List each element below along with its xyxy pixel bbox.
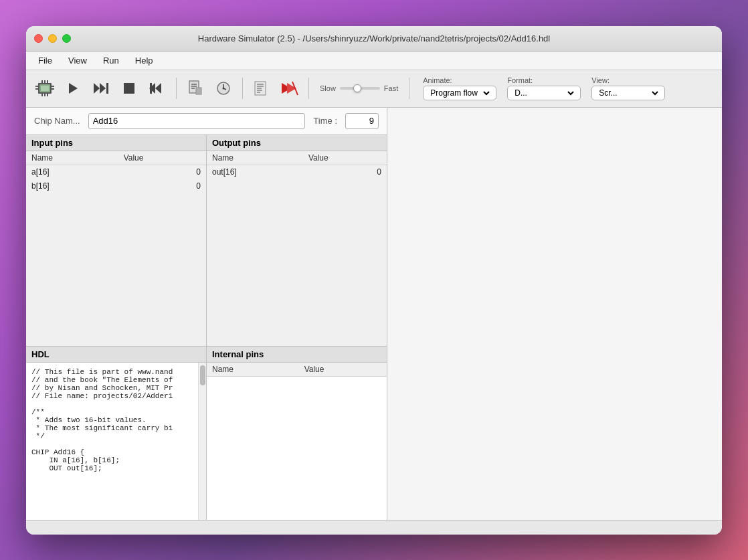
menu-help[interactable]: Help [128,54,160,67]
hdl-panel: HDL // This file is part of www.nand // … [26,347,207,520]
input-pin-value-b: 0 [118,179,206,193]
speed-slider-thumb [353,84,361,92]
slow-label: Slow [320,84,336,92]
table-row: a[16] 0 [26,165,206,179]
fast-label: Fast [384,84,398,92]
chip-name-input[interactable] [88,113,306,129]
animate-label: Animate: [423,76,452,84]
internal-value-col: Value [299,363,387,377]
menu-file[interactable]: File [31,54,59,67]
step-forward-button[interactable] [61,76,85,100]
internal-pins-header: Internal pins [207,347,387,363]
svg-marker-15 [100,83,106,94]
svg-rect-3 [35,86,38,87]
separator-3 [308,78,309,99]
output-pins-header: Output pins [207,135,387,151]
status-bar [26,520,722,535]
input-pins-table: Name Value a[16] 0 b[16] [26,151,206,346]
input-pin-value-a: 0 [118,165,206,179]
input-pin-name-a: a[16] [26,165,118,179]
separator-2 [242,78,243,99]
hdl-content: // This file is part of www.nand // and … [26,363,206,520]
separator-1 [176,78,177,99]
table-row: out[16] 0 [207,165,387,179]
separator-4 [409,78,409,99]
view-label: View: [591,76,610,84]
output-pins-table: Name Value out[16] 0 [207,151,387,346]
svg-rect-7 [41,80,43,83]
input-value-col: Value [118,151,206,165]
view-section: View: Scr... No screen [591,76,665,100]
output-pins-panel: Output pins Name Value out [207,135,387,346]
chip-name-label: Chip Nam... [34,116,80,126]
svg-marker-13 [69,83,78,94]
internal-pins-panel: Internal pins Name Value [207,347,387,520]
window-title: Hardware Simulator (2.5) - /Users/shinry… [198,33,550,43]
format-select[interactable]: D... Hexadecimal Binary [512,88,576,98]
time-input[interactable] [345,113,379,129]
left-panel: Chip Nam... Time : Input pins Name [26,108,387,520]
hdl-scroll-thumb [200,365,205,385]
toolbar: Slow Fast Animate: Program flow Animatio… [26,70,722,108]
speed-slider[interactable] [340,87,380,90]
svg-point-37 [223,88,225,90]
format-section: Format: D... Hexadecimal Binary [507,76,581,100]
menu-bar: File View Run Help [26,52,722,70]
svg-rect-10 [41,94,43,96]
minimize-button[interactable] [48,34,57,43]
pins-row: Input pins Name Value a[16 [26,135,387,346]
fast-forward-button[interactable] [89,76,113,100]
main-window: Hardware Simulator (2.5) - /Users/shinry… [26,26,722,535]
rewind-button[interactable] [145,76,169,100]
script-button[interactable] [183,76,207,100]
svg-rect-4 [35,88,38,90]
svg-rect-5 [52,86,54,87]
hdl-text[interactable]: // This file is part of www.nand // and … [26,363,198,520]
svg-rect-16 [106,83,108,94]
close-button[interactable] [34,34,43,43]
title-bar: Hardware Simulator (2.5) - /Users/shinry… [26,26,722,52]
input-pins-panel: Input pins Name Value a[16 [26,135,207,346]
maximize-button[interactable] [62,34,71,43]
animate-select[interactable]: Program flow Animation No animation [428,88,492,98]
input-pins-header: Input pins [26,135,206,151]
speed-control: Slow Fast [320,84,398,92]
svg-marker-19 [155,83,161,94]
input-pin-name-b: b[16] [26,179,118,193]
traffic-lights [34,34,71,43]
internal-pins-table: Name Value [207,363,387,520]
animate-dropdown[interactable]: Program flow Animation No animation [423,86,496,100]
internal-name-col: Name [207,363,299,377]
svg-rect-2 [41,86,49,91]
screen-panel [387,108,722,520]
menu-view[interactable]: View [62,54,94,67]
chip-time-row: Chip Nam... Time : [26,108,387,135]
view-select[interactable]: Scr... No screen [596,88,660,98]
bottom-row: HDL // This file is part of www.nand // … [26,346,387,520]
stop-button[interactable] [117,76,141,100]
svg-rect-6 [52,88,54,90]
view-dropdown[interactable]: Scr... No screen [591,86,665,100]
animate-section: Animate: Program flow Animation No anima… [423,76,496,100]
input-name-col: Name [26,151,118,165]
menu-run[interactable]: Run [96,54,126,67]
output-value-col: Value [303,151,387,165]
main-content: Chip Nam... Time : Input pins Name [26,108,722,520]
clock-button[interactable] [211,76,236,100]
svg-rect-8 [44,80,45,83]
output-name-col: Name [207,151,303,165]
table-row: b[16] 0 [26,179,206,193]
svg-marker-14 [94,83,100,94]
format-dropdown[interactable]: D... Hexadecimal Binary [507,86,581,100]
hdl-header: HDL [26,347,206,363]
time-label: Time : [313,116,337,126]
hdl-scrollbar[interactable] [198,363,206,520]
output-pin-value: 0 [303,165,387,179]
hdl-editor-button[interactable] [250,76,274,100]
run-arrow-button[interactable] [278,76,302,100]
svg-rect-11 [44,94,45,96]
chip-icon-button[interactable] [33,76,57,100]
svg-rect-12 [47,94,48,96]
format-label: Format: [507,76,533,84]
output-pin-name: out[16] [207,165,303,179]
